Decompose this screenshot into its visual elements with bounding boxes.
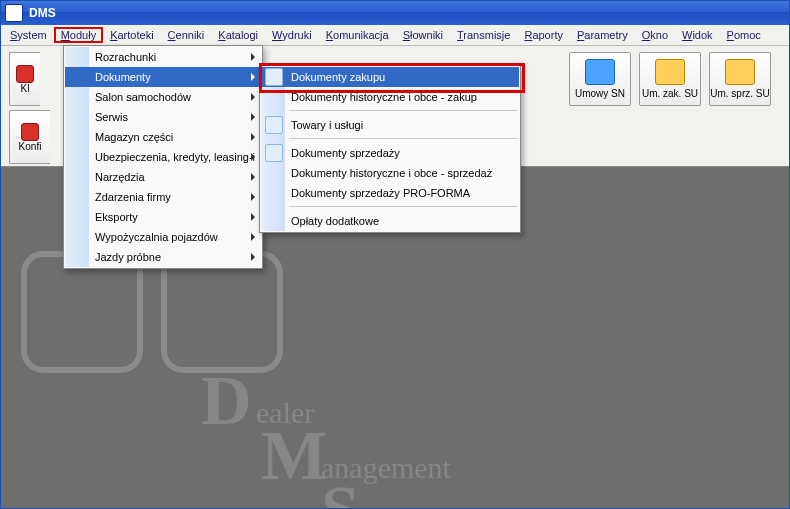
menu-transmisje[interactable]: Transmisje — [450, 27, 517, 43]
toolbar-label: Umowy SN — [575, 88, 625, 99]
chevron-right-icon — [251, 253, 255, 261]
submenu-dok-hist-zakup[interactable]: Dokumenty historyczne i obce - zakup — [261, 87, 519, 107]
toolbar-btn-um-sprz-su[interactable]: Um. sprz. SU — [709, 52, 771, 106]
menu-separator — [289, 206, 517, 208]
menu-widok[interactable]: Widok — [675, 27, 720, 43]
menu-moduly-dropdown: Rozrachunki Dokumenty Salon samochodów S… — [63, 45, 263, 269]
menubar: System Moduły Kartoteki Cenniki Katalogi… — [1, 25, 789, 46]
chevron-right-icon — [251, 113, 255, 121]
toolbar-btn-umowy-sn[interactable]: Umowy SN — [569, 52, 631, 106]
menu-item-serwis[interactable]: Serwis — [65, 107, 261, 127]
menu-separator — [289, 138, 517, 140]
submenu-towary[interactable]: Towary i usługi — [261, 115, 519, 135]
doc-icon — [265, 68, 283, 86]
menu-item-dokumenty[interactable]: Dokumenty — [65, 67, 261, 87]
car-icon — [585, 59, 615, 85]
menu-item-salon[interactable]: Salon samochodów — [65, 87, 261, 107]
toolbar-btn-um-zak-su[interactable]: Um. zak. SU — [639, 52, 701, 106]
menu-system[interactable]: System — [3, 27, 54, 43]
chevron-right-icon — [251, 173, 255, 181]
submenu-dokumenty-zakupu[interactable]: Dokumenty zakupu — [261, 67, 519, 87]
menu-katalogi[interactable]: Katalogi — [211, 27, 265, 43]
menu-item-ubezpieczenia[interactable]: Ubezpieczenia, kredyty, leasing-i — [65, 147, 261, 167]
chevron-right-icon — [251, 193, 255, 201]
menu-wydruki[interactable]: Wydruki — [265, 27, 319, 43]
menu-separator — [289, 110, 517, 112]
submenu-dok-hist-sprzedaz[interactable]: Dokumenty historyczne i obce - sprzedaż — [261, 163, 519, 183]
menu-cenniki[interactable]: Cenniki — [161, 27, 212, 43]
menu-item-eksporty[interactable]: Eksporty — [65, 207, 261, 227]
chevron-right-icon — [251, 133, 255, 141]
menu-komunikacja[interactable]: Komunikacja — [319, 27, 396, 43]
app-icon — [5, 4, 23, 22]
toolbar-label-partial-1: Kl — [21, 83, 30, 94]
goods-icon — [265, 116, 283, 134]
toolbar-label: Um. zak. SU — [642, 88, 698, 99]
submenu-oplaty[interactable]: Opłaty dodatkowe — [261, 211, 519, 231]
toolbar-btn-partial-2[interactable]: Konfi — [9, 110, 50, 164]
toolbar-label-partial-2: Konfi — [19, 141, 42, 152]
chevron-right-icon — [251, 93, 255, 101]
chevron-right-icon — [251, 213, 255, 221]
menu-slowniki[interactable]: Słowniki — [396, 27, 450, 43]
menu-item-zdarzenia[interactable]: Zdarzenia firmy — [65, 187, 261, 207]
menu-item-wypozyczalnia[interactable]: Wypożyczalnia pojazdów — [65, 227, 261, 247]
menu-item-narzedzia[interactable]: Narzędzia — [65, 167, 261, 187]
menu-okno[interactable]: Okno — [635, 27, 675, 43]
chevron-right-icon — [251, 53, 255, 61]
chevron-right-icon — [251, 153, 255, 161]
toolbar-btn-partial-1[interactable]: Kl — [9, 52, 40, 106]
menu-parametry[interactable]: Parametry — [570, 27, 635, 43]
app-window: DMS System Moduły Kartoteki Cenniki Kata… — [0, 0, 790, 509]
toolbar-label: Um. sprz. SU — [710, 88, 769, 99]
doc-icon — [265, 144, 283, 162]
chevron-right-icon — [251, 73, 255, 81]
doc-out-icon — [725, 59, 755, 85]
menu-item-jazdy[interactable]: Jazdy próbne — [65, 247, 261, 267]
chevron-right-icon — [251, 233, 255, 241]
menu-moduly[interactable]: Moduły — [54, 27, 103, 43]
submenu-dok-proforma[interactable]: Dokumenty sprzedaży PRO-FORMA — [261, 183, 519, 203]
app-title: DMS — [29, 6, 56, 20]
menu-item-rozrachunki[interactable]: Rozrachunki — [65, 47, 261, 67]
menu-dokumenty-submenu: Dokumenty zakupu Dokumenty historyczne i… — [259, 65, 521, 233]
submenu-dok-sprzedazy[interactable]: Dokumenty sprzedaży — [261, 143, 519, 163]
menu-kartoteki[interactable]: Kartoteki — [103, 27, 160, 43]
menu-raporty[interactable]: Raporty — [517, 27, 570, 43]
menu-item-magazyn[interactable]: Magazyn części — [65, 127, 261, 147]
menu-pomoc[interactable]: Pomoc — [720, 27, 768, 43]
titlebar: DMS — [1, 1, 789, 25]
doc-in-icon — [655, 59, 685, 85]
